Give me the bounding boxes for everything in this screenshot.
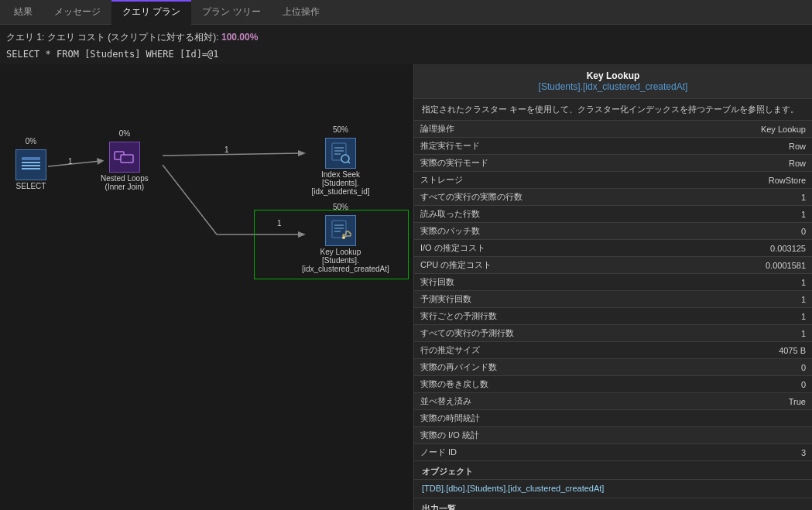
svg-point-22 <box>342 236 345 239</box>
node-nested-percent: 0% <box>119 129 130 138</box>
prop-row-label: 並べ替え済み <box>414 393 653 410</box>
prop-row: I/O の推定コスト0.003125 <box>414 240 812 257</box>
prop-row-label: 読み取った行数 <box>414 206 653 223</box>
prop-row-label: すべての実行の実際の行数 <box>414 189 653 206</box>
tab-bar: 結果 メッセージ クエリ プラン プラン ツリー 上位操作 <box>0 0 812 25</box>
prop-row-label: ノード ID <box>414 444 653 461</box>
prop-row-value: True <box>653 393 812 410</box>
main-content: 1 1 1 0% SELECT 0% <box>0 64 812 510</box>
svg-line-17 <box>348 161 350 163</box>
prop-row-value: Row <box>653 138 812 155</box>
svg-rect-7 <box>22 162 40 163</box>
prop-row-value: 0 <box>653 223 812 240</box>
node-nested-icon <box>109 142 140 173</box>
prop-row-value: 4075 B <box>653 342 812 359</box>
prop-row-label: 論理操作 <box>414 121 653 138</box>
svg-rect-11 <box>121 155 133 163</box>
prop-row-value: 1 <box>653 189 812 206</box>
query-sql: SELECT * FROM [Students] WHERE [Id]=@1 <box>0 47 812 61</box>
prop-row-value: 1 <box>653 274 812 291</box>
node-select-percent: 0% <box>26 137 36 145</box>
prop-row-value <box>653 410 812 427</box>
prop-output-section: 出力一覧 <box>414 498 812 510</box>
prop-row: すべての実行の予測行数1 <box>414 325 812 342</box>
prop-row: 実際の I/O 統計 <box>414 427 812 444</box>
prop-description: 指定されたクラスター キーを使用して、クラスター化インデックスを持つテーブルを参… <box>414 99 812 121</box>
prop-table: 論理操作Key Lookup推定実行モードRow実際の実行モードRowストレージ… <box>414 121 812 461</box>
svg-rect-6 <box>22 157 40 160</box>
node-key-percent: 50% <box>333 203 348 211</box>
prop-row-label: 実際の再バインド数 <box>414 359 653 376</box>
node-index-icon <box>325 138 356 169</box>
prop-row-value: 1 <box>653 206 812 223</box>
prop-row: 行の推定サイズ4075 B <box>414 342 812 359</box>
tab-results[interactable]: 結果 <box>3 0 43 25</box>
diagram-canvas: 1 1 1 0% SELECT 0% <box>0 64 413 510</box>
prop-row-value: 1 <box>653 325 812 342</box>
prop-row: 推定実行モードRow <box>414 138 812 155</box>
svg-rect-8 <box>22 165 40 166</box>
node-nested-label: Nested Loops(Inner Join) <box>101 174 149 191</box>
prop-row: 実際の再バインド数0 <box>414 359 812 376</box>
tab-plan-tree[interactable]: プラン ツリー <box>191 0 271 25</box>
svg-line-3 <box>163 165 217 234</box>
prop-row-label: CPU の推定コスト <box>414 257 653 274</box>
query-percent: 100.00% <box>221 32 258 43</box>
prop-row-value: RowStore <box>653 172 812 189</box>
prop-row: 実際の時間統計 <box>414 410 812 427</box>
node-nested-loops[interactable]: 0% Nested Loops(Inner Join) <box>101 142 149 191</box>
tab-messages[interactable]: メッセージ <box>43 0 111 25</box>
prop-row: 実際の実行モードRow <box>414 155 812 172</box>
node-index-percent: 50% <box>333 125 348 134</box>
node-key-lookup[interactable]: 50% Key Lookup[Students].[idx_clustered_… <box>302 215 379 273</box>
prop-row-label: 実際の実行モード <box>414 155 653 172</box>
prop-row-label: 実際の巻き戻し数 <box>414 376 653 393</box>
node-select[interactable]: 0% SELECT <box>15 149 46 190</box>
prop-row-label: 推定実行モード <box>414 138 653 155</box>
tab-query-plan[interactable]: クエリ プラン <box>111 0 191 25</box>
svg-rect-18 <box>332 221 346 238</box>
prop-row-label: 実際の時間統計 <box>414 410 653 427</box>
prop-row: ストレージRowStore <box>414 172 812 189</box>
arrow-label-2: 1 <box>224 145 229 154</box>
node-select-label: SELECT <box>16 182 46 190</box>
prop-row: 実行ごとの予測行数1 <box>414 308 812 325</box>
svg-line-0 <box>48 161 101 166</box>
plan-diagram: 1 1 1 0% SELECT 0% <box>0 64 414 510</box>
prop-row: 論理操作Key Lookup <box>414 121 812 138</box>
svg-rect-9 <box>22 168 40 169</box>
prop-row-value: 3 <box>653 444 812 461</box>
prop-row: 実際の巻き戻し数0 <box>414 376 812 393</box>
prop-row: CPU の推定コスト0.0001581 <box>414 257 812 274</box>
prop-object-value: [TDB].[dbo].[Students].[idx_clustered_cr… <box>414 480 812 498</box>
prop-object-section: オブジェクト <box>414 461 812 480</box>
svg-line-1 <box>163 153 300 156</box>
prop-row: 実際のバッチ数0 <box>414 223 812 240</box>
prop-header: Key Lookup [Students].[idx_clustered_cre… <box>414 64 812 99</box>
node-key-label: Key Lookup[Students].[idx_clustered_crea… <box>302 248 379 273</box>
prop-row-value: Row <box>653 155 812 172</box>
prop-row-label: すべての実行の予測行数 <box>414 325 653 342</box>
arrow-label-3: 1 <box>277 219 282 228</box>
node-index-seek[interactable]: 50% Index Seek[Students].[idx_students_i… <box>302 138 379 196</box>
prop-row-label: 行の推定サイズ <box>414 342 653 359</box>
node-key-icon <box>325 215 356 246</box>
query-info: クエリ 1: クエリ コスト (スクリプトに対する相対): 100.00% <box>0 28 812 47</box>
prop-row-value: 0 <box>653 376 812 393</box>
prop-row: 並べ替え済みTrue <box>414 393 812 410</box>
prop-row: 予測実行回数1 <box>414 291 812 308</box>
prop-row-label: 実際の I/O 統計 <box>414 427 653 444</box>
prop-title: Key Lookup <box>423 70 803 81</box>
node-index-label: Index Seek[Students].[idx_students_id] <box>302 170 379 196</box>
query-label: クエリ 1: クエリ コスト (スクリプトに対する相対): <box>6 32 219 43</box>
prop-row: すべての実行の実際の行数1 <box>414 189 812 206</box>
prop-row: 実行回数1 <box>414 274 812 291</box>
node-select-icon <box>15 149 46 180</box>
arrow-label-1: 1 <box>68 157 73 166</box>
prop-row-value: 1 <box>653 308 812 325</box>
prop-subtitle: [Students].[idx_clustered_createdAt] <box>423 81 803 92</box>
properties-panel[interactable]: Key Lookup [Students].[idx_clustered_cre… <box>414 64 812 510</box>
prop-row-label: ストレージ <box>414 172 653 189</box>
tab-upper-ops[interactable]: 上位操作 <box>272 0 331 25</box>
prop-row-value: 0.0001581 <box>653 257 812 274</box>
